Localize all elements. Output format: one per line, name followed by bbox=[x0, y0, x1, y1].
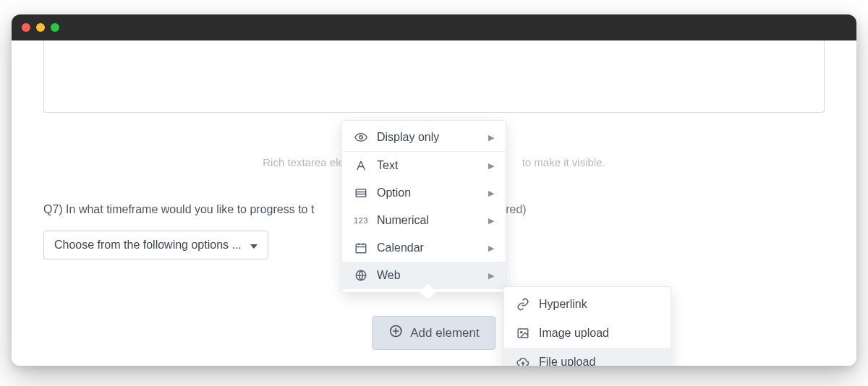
add-element-label: Add element bbox=[410, 326, 479, 340]
svg-point-17 bbox=[521, 331, 522, 333]
close-window-icon[interactable] bbox=[22, 23, 30, 32]
globe-icon bbox=[354, 269, 368, 282]
svg-rect-4 bbox=[356, 189, 366, 197]
menu-label: Web bbox=[377, 269, 401, 282]
app-window: Rich textarea elem to make it visible. Q… bbox=[12, 14, 856, 366]
chevron-right-icon: ▶ bbox=[488, 244, 494, 253]
options-dropdown[interactable]: Choose from the following options ... bbox=[43, 231, 268, 260]
svg-rect-7 bbox=[356, 244, 366, 253]
chevron-right-icon: ▶ bbox=[488, 133, 494, 142]
menu-label: Numerical bbox=[377, 214, 429, 227]
content-area: Rich textarea elem to make it visible. Q… bbox=[12, 40, 856, 366]
menu-item-text[interactable]: Text ▶ bbox=[342, 152, 506, 179]
upload-cloud-icon bbox=[516, 356, 530, 366]
menu-label: Text bbox=[377, 159, 398, 172]
add-element-button[interactable]: Add element bbox=[372, 316, 495, 350]
hint-left: Rich textarea elem bbox=[263, 156, 353, 168]
submenu-item-image-upload[interactable]: Image upload bbox=[504, 319, 671, 348]
submenu-label: Image upload bbox=[539, 327, 609, 340]
image-icon bbox=[516, 327, 530, 340]
link-icon bbox=[516, 298, 530, 311]
chevron-right-icon: ▶ bbox=[488, 271, 494, 280]
chevron-right-icon: ▶ bbox=[488, 161, 494, 171]
eye-icon bbox=[354, 131, 368, 144]
web-submenu: Hyperlink Image upload File upload bbox=[503, 286, 671, 366]
svg-point-3 bbox=[359, 136, 363, 140]
minimize-window-icon[interactable] bbox=[36, 23, 45, 32]
plus-circle-icon bbox=[388, 324, 403, 342]
menu-label: Display only bbox=[377, 131, 439, 144]
hint-right: to make it visible. bbox=[522, 156, 605, 168]
rich-textarea[interactable] bbox=[43, 40, 825, 113]
maximize-window-icon[interactable] bbox=[51, 23, 59, 32]
text-icon bbox=[354, 159, 368, 172]
element-type-menu: Display only ▶ Text ▶ Option ▶ 123 Numer… bbox=[341, 120, 506, 293]
menu-item-numerical[interactable]: 123 Numerical ▶ bbox=[342, 207, 506, 234]
menu-item-calendar[interactable]: Calendar ▶ bbox=[342, 234, 506, 262]
caret-down-icon bbox=[250, 239, 258, 252]
chevron-right-icon: ▶ bbox=[488, 189, 494, 198]
calendar-icon bbox=[354, 241, 368, 254]
submenu-item-file-upload[interactable]: File upload bbox=[504, 348, 671, 366]
menu-item-option[interactable]: Option ▶ bbox=[342, 179, 506, 207]
menu-item-display-only[interactable]: Display only ▶ bbox=[342, 124, 506, 152]
question-text: Q7) In what timeframe would you like to … bbox=[43, 203, 314, 215]
window-controls bbox=[22, 23, 59, 32]
numbers-icon: 123 bbox=[354, 216, 368, 225]
menu-label: Calendar bbox=[377, 241, 424, 254]
submenu-label: Hyperlink bbox=[539, 298, 587, 311]
menu-item-web[interactable]: Web ▶ bbox=[342, 262, 506, 289]
submenu-label: File upload bbox=[539, 356, 595, 366]
menu-label: Option bbox=[377, 186, 411, 200]
titlebar bbox=[12, 14, 856, 40]
dropdown-label: Choose from the following options ... bbox=[54, 239, 242, 252]
list-icon bbox=[354, 186, 368, 200]
chevron-right-icon: ▶ bbox=[488, 216, 494, 226]
submenu-item-hyperlink[interactable]: Hyperlink bbox=[504, 290, 671, 319]
